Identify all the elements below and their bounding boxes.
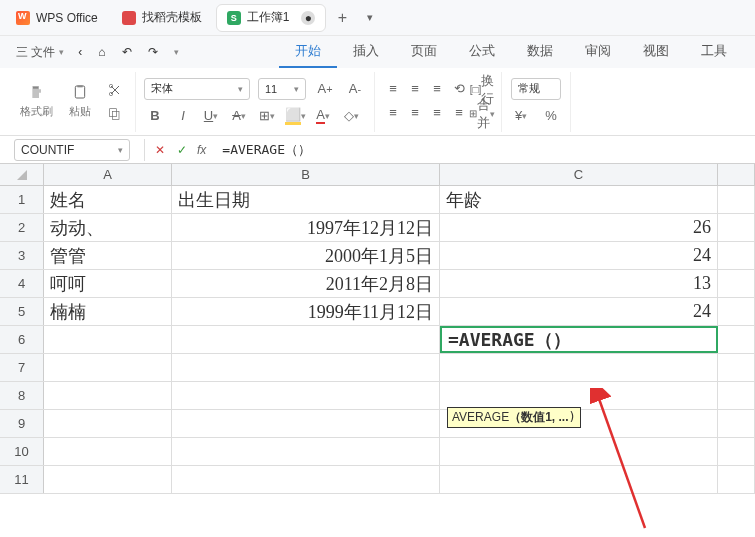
cell[interactable]: 出生日期 — [172, 186, 440, 213]
increase-font-button[interactable]: A+ — [314, 79, 336, 99]
cell[interactable] — [440, 354, 718, 381]
tab-review[interactable]: 审阅 — [569, 36, 627, 68]
cell[interactable]: 年龄 — [440, 186, 718, 213]
row-header[interactable]: 9 — [0, 410, 44, 437]
tab-page[interactable]: 页面 — [395, 36, 453, 68]
cell[interactable] — [172, 326, 440, 353]
align-center-button[interactable]: ≡ — [405, 104, 425, 122]
indent-button[interactable]: ≡ — [449, 104, 469, 122]
cell[interactable] — [172, 410, 440, 437]
row-header[interactable]: 2 — [0, 214, 44, 241]
decrease-font-button[interactable]: A- — [344, 79, 366, 99]
cell[interactable] — [440, 382, 718, 409]
cell[interactable] — [172, 354, 440, 381]
font-size-select[interactable]: 11▾ — [258, 78, 306, 100]
underline-button[interactable]: U▾ — [200, 106, 222, 126]
cell[interactable]: 管管 — [44, 242, 172, 269]
tab-menu-button[interactable]: ▾ — [358, 6, 382, 30]
cell[interactable] — [44, 410, 172, 437]
cell[interactable]: 24 — [440, 242, 718, 269]
format-painter-button[interactable]: 格式刷 — [16, 82, 57, 121]
cell[interactable]: 姓名 — [44, 186, 172, 213]
align-top-button[interactable]: ≡ — [383, 80, 403, 98]
row-header[interactable]: 5 — [0, 298, 44, 325]
percent-button[interactable]: % — [540, 106, 562, 126]
border-button[interactable]: ⊞▾ — [256, 106, 278, 126]
tab-formula[interactable]: 公式 — [453, 36, 511, 68]
nav-back-button[interactable]: ‹ — [72, 42, 88, 62]
font-family-select[interactable]: 宋体▾ — [144, 78, 250, 100]
template-tab[interactable]: 找稻壳模板 — [112, 4, 212, 32]
name-box[interactable]: COUNTIF ▾ — [14, 139, 130, 161]
orientation-button[interactable]: ⟲ — [449, 80, 469, 98]
nav-home-button[interactable]: ⌂ — [92, 42, 111, 62]
col-header-c[interactable]: C — [440, 164, 718, 185]
font-color-button[interactable]: A▾ — [312, 106, 334, 126]
cell[interactable] — [172, 466, 440, 493]
tab-data[interactable]: 数据 — [511, 36, 569, 68]
file-menu[interactable]: 三 文件 ▾ — [8, 40, 72, 65]
fx-icon[interactable]: fx — [197, 143, 206, 157]
merge-button[interactable]: ⊞合并▾ — [471, 104, 493, 124]
cell[interactable] — [718, 466, 755, 493]
align-bottom-button[interactable]: ≡ — [427, 80, 447, 98]
tab-insert[interactable]: 插入 — [337, 36, 395, 68]
cell[interactable] — [172, 382, 440, 409]
cell[interactable] — [44, 354, 172, 381]
cell[interactable] — [718, 186, 755, 213]
row-header[interactable]: 1 — [0, 186, 44, 213]
bold-button[interactable]: B — [144, 106, 166, 126]
cell[interactable] — [44, 438, 172, 465]
formula-cancel-button[interactable]: ✕ — [153, 143, 167, 157]
active-cell[interactable]: =AVERAGE（） — [440, 326, 718, 353]
align-left-button[interactable]: ≡ — [383, 104, 403, 122]
cell[interactable]: 呵呵 — [44, 270, 172, 297]
tab-close-icon[interactable]: ● — [301, 11, 315, 25]
cell[interactable]: 1997年12月12日 — [172, 214, 440, 241]
col-header-d[interactable] — [718, 164, 755, 185]
workbook-tab[interactable]: S 工作簿1 ● — [216, 4, 327, 32]
cell[interactable] — [718, 326, 755, 353]
row-header[interactable]: 10 — [0, 438, 44, 465]
cell[interactable] — [718, 270, 755, 297]
row-header[interactable]: 4 — [0, 270, 44, 297]
cell[interactable] — [718, 438, 755, 465]
col-header-b[interactable]: B — [172, 164, 440, 185]
currency-button[interactable]: ¥▾ — [510, 106, 532, 126]
cell[interactable]: 楠楠 — [44, 298, 172, 325]
tab-view[interactable]: 视图 — [627, 36, 685, 68]
cell[interactable] — [44, 326, 172, 353]
cell[interactable]: 24 — [440, 298, 718, 325]
formula-input[interactable]: =AVERAGE（） — [214, 141, 755, 159]
clear-format-button[interactable]: ◇▾ — [340, 106, 362, 126]
new-tab-button[interactable]: + — [330, 6, 354, 30]
cell[interactable] — [718, 242, 755, 269]
strike-button[interactable]: A▾ — [228, 106, 250, 126]
tab-home[interactable]: 开始 — [279, 36, 337, 68]
cell[interactable] — [440, 438, 718, 465]
col-header-a[interactable]: A — [44, 164, 172, 185]
row-header[interactable]: 3 — [0, 242, 44, 269]
cut-button[interactable] — [103, 80, 127, 100]
undo-button[interactable]: ↶ — [116, 42, 138, 62]
cell[interactable]: 26 — [440, 214, 718, 241]
cell[interactable] — [718, 214, 755, 241]
italic-button[interactable]: I — [172, 106, 194, 126]
row-header[interactable]: 7 — [0, 354, 44, 381]
more-button[interactable]: ▾ — [168, 44, 185, 60]
cell[interactable] — [440, 466, 718, 493]
app-tab[interactable]: WPS Office — [6, 4, 108, 32]
formula-accept-button[interactable]: ✓ — [175, 143, 189, 157]
row-header[interactable]: 8 — [0, 382, 44, 409]
number-format-select[interactable]: 常规 — [511, 78, 561, 100]
cell[interactable]: 2000年1月5日 — [172, 242, 440, 269]
row-header[interactable]: 11 — [0, 466, 44, 493]
cell[interactable]: 动动、 — [44, 214, 172, 241]
cell[interactable] — [172, 438, 440, 465]
cell[interactable]: 1999年11月12日 — [172, 298, 440, 325]
redo-button[interactable]: ↷ — [142, 42, 164, 62]
tab-tools[interactable]: 工具 — [685, 36, 743, 68]
cell[interactable] — [44, 382, 172, 409]
cell[interactable]: 13 — [440, 270, 718, 297]
paste-button[interactable]: 粘贴 — [65, 82, 95, 121]
